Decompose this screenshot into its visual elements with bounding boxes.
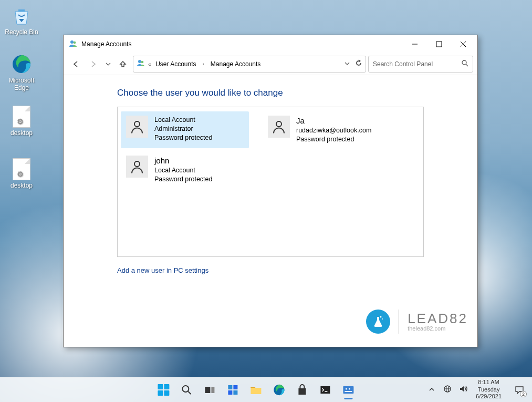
user-detail: Password protected — [296, 135, 371, 144]
nav-toolbar: « User Accounts › Manage Accounts Search… — [64, 53, 477, 75]
watermark-brand: LEAD82 — [408, 312, 468, 325]
user-detail: Password protected — [154, 133, 212, 142]
svg-rect-5 — [436, 42, 442, 47]
svg-rect-20 — [211, 387, 214, 393]
start-button[interactable] — [153, 379, 174, 400]
svg-point-14 — [134, 161, 140, 167]
svg-point-9 — [141, 61, 144, 64]
svg-point-2 — [70, 40, 74, 44]
forward-button[interactable] — [86, 56, 101, 72]
back-button[interactable] — [68, 56, 84, 72]
user-card[interactable]: Local AccountAdministratorPassword prote… — [121, 111, 249, 148]
clock-time: 8:11 AM — [476, 379, 502, 386]
search-icon — [181, 384, 192, 396]
svg-point-13 — [276, 121, 281, 127]
edge-icon — [10, 53, 33, 76]
minimize-button[interactable] — [403, 36, 427, 52]
task-view-button[interactable] — [199, 379, 220, 400]
control-panel-button[interactable] — [338, 379, 359, 400]
volume-icon[interactable] — [458, 385, 468, 395]
users-icon — [137, 59, 145, 69]
content-area: Choose the user you would like to change… — [64, 75, 477, 347]
svg-point-17 — [182, 386, 189, 392]
svg-point-30 — [348, 388, 350, 389]
svg-point-12 — [134, 121, 140, 127]
svg-point-29 — [345, 388, 347, 389]
search-input[interactable]: Search Control Panel — [368, 56, 473, 73]
add-user-link[interactable]: Add a new user in PC settings — [117, 266, 467, 274]
svg-rect-26 — [320, 386, 330, 394]
address-dropdown[interactable] — [345, 60, 350, 68]
svg-line-11 — [466, 64, 468, 66]
users-icon — [69, 39, 77, 49]
file-explorer-button[interactable] — [245, 379, 266, 400]
terminal-button[interactable] — [315, 379, 336, 400]
notif-badge: 2 — [520, 391, 527, 397]
user-info: johnLocal AccountPassword protected — [154, 156, 212, 184]
svg-rect-31 — [345, 391, 352, 392]
store-button[interactable] — [291, 379, 312, 400]
breadcrumb-overflow[interactable]: « — [148, 61, 151, 67]
edge-icon — [273, 384, 285, 396]
up-button[interactable] — [115, 56, 131, 72]
search-icon — [461, 59, 468, 68]
page-heading: Choose the user you would like to change — [117, 88, 467, 98]
user-detail: Administrator — [154, 125, 212, 133]
svg-rect-0 — [18, 9, 25, 12]
clock-date: 6/29/2021 — [476, 393, 502, 400]
notifications-button[interactable]: 2 — [509, 379, 530, 400]
user-name: john — [154, 156, 212, 166]
recent-dropdown[interactable] — [103, 56, 113, 72]
manage-accounts-window: Manage Accounts « User Accounts › Manage… — [63, 35, 478, 347]
address-bar[interactable]: « User Accounts › Manage Accounts — [133, 56, 366, 73]
folder-icon — [249, 384, 262, 396]
widgets-button[interactable] — [222, 379, 243, 400]
network-icon[interactable] — [442, 385, 453, 395]
desktop-icon-label: Microsoft Edge — [1, 77, 42, 91]
window-title: Manage Accounts — [81, 40, 131, 48]
breadcrumb-seg-manage-accounts[interactable]: Manage Accounts — [210, 60, 262, 68]
recycle-bin-icon — [10, 4, 33, 27]
flask-icon — [366, 310, 390, 334]
task-view-icon — [204, 384, 215, 396]
control-panel-icon — [342, 384, 354, 396]
user-info: Local AccountAdministratorPassword prote… — [154, 116, 212, 144]
store-icon — [296, 384, 308, 396]
user-detail: Local Account — [154, 116, 212, 125]
tray-overflow-button[interactable] — [426, 386, 437, 394]
windows-logo-icon — [158, 384, 169, 396]
user-name: Ja — [296, 116, 371, 126]
user-card[interactable]: Jarudadziwka@outlook.comPassword protect… — [263, 111, 391, 148]
search-placeholder: Search Control Panel — [373, 60, 461, 68]
taskbar-search-button[interactable] — [176, 379, 197, 400]
desktop-icon-label: desktop — [1, 182, 42, 189]
svg-line-18 — [188, 391, 191, 394]
clock[interactable]: 8:11 AM Tuesday 6/29/2021 — [474, 379, 504, 400]
avatar — [268, 116, 290, 138]
desktop-icon-label: Recycle Bin — [1, 28, 42, 36]
svg-point-8 — [138, 60, 141, 63]
svg-rect-21 — [228, 385, 232, 389]
svg-rect-23 — [228, 390, 232, 395]
refresh-button[interactable] — [355, 59, 362, 68]
maximize-button[interactable] — [427, 36, 451, 52]
user-detail: Password protected — [154, 175, 212, 184]
user-detail: rudadziwka@outlook.com — [296, 126, 371, 135]
terminal-icon — [319, 384, 331, 396]
desktop-icon-file-2[interactable]: ⚙ desktop — [1, 158, 42, 189]
desktop-icon-edge[interactable]: Microsoft Edge — [1, 53, 42, 91]
close-button[interactable] — [451, 36, 475, 52]
desktop-icon-file-1[interactable]: ⚙ desktop — [1, 105, 42, 137]
svg-rect-22 — [233, 385, 237, 389]
avatar — [126, 116, 148, 138]
chevron-right-icon: › — [201, 61, 206, 67]
taskbar: 8:11 AM Tuesday 6/29/2021 2 — [0, 377, 532, 402]
user-info: Jarudadziwka@outlook.comPassword protect… — [296, 116, 371, 144]
user-detail: Local Account — [154, 166, 212, 175]
desktop-icon-recycle-bin[interactable]: Recycle Bin — [1, 4, 42, 36]
titlebar: Manage Accounts — [64, 35, 477, 53]
breadcrumb-seg-user-accounts[interactable]: User Accounts — [154, 60, 197, 68]
user-card[interactable]: johnLocal AccountPassword protected — [121, 151, 249, 188]
edge-button[interactable] — [268, 379, 289, 400]
svg-point-16 — [382, 318, 383, 319]
